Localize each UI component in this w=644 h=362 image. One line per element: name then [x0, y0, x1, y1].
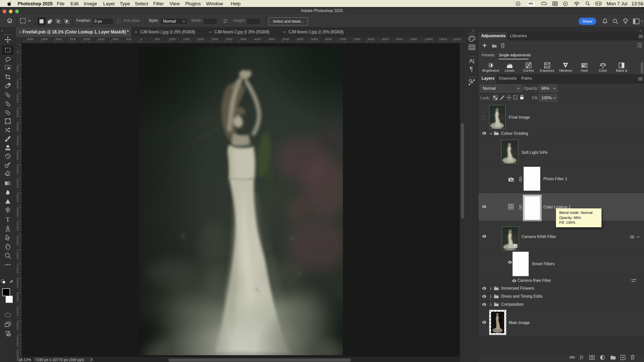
svg-text:T: T: [6, 216, 10, 223]
svg-text:w: w: [517, 2, 519, 5]
